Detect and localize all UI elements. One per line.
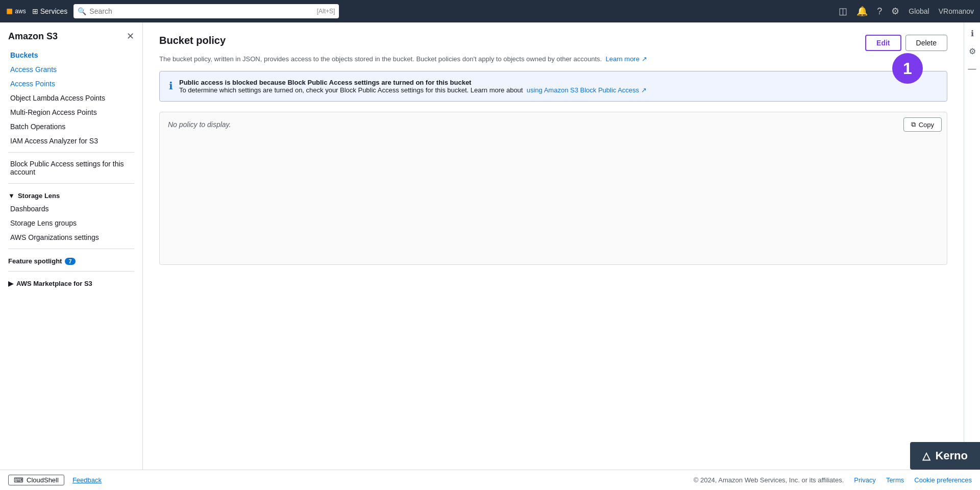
settings-side-icon[interactable]: ⚙	[969, 46, 976, 56]
page-title: Bucket policy	[159, 35, 226, 46]
sidebar-divider-2	[8, 183, 134, 184]
region-selector[interactable]: Global	[909, 7, 929, 15]
sidebar-item-access-points[interactable]: Access Points	[0, 77, 142, 91]
services-menu[interactable]: ⊞ Services	[32, 7, 68, 15]
search-bar[interactable]: 🔍 [Alt+S]	[74, 4, 339, 18]
sidebar-divider-1	[8, 152, 134, 153]
help-icon[interactable]: ?	[877, 6, 882, 17]
info-side-icon[interactable]: ℹ	[971, 29, 974, 38]
sidebar-marketplace-header[interactable]: ▶ AWS Marketplace for S3	[0, 276, 142, 289]
main-layout: Amazon S3 ✕ Buckets Access Grants Access…	[0, 22, 980, 490]
copy-icon: ⧉	[911, 120, 916, 129]
sidebar-storage-lens-header[interactable]: ▼ Storage Lens	[0, 188, 142, 202]
info-banner: ℹ Public access is blocked because Block…	[159, 71, 947, 102]
sidebar-app-title: Amazon S3	[8, 31, 58, 42]
sidebar-header: Amazon S3 ✕	[0, 31, 142, 48]
delete-button[interactable]: Delete	[905, 35, 947, 51]
sidebar-item-access-grants[interactable]: Access Grants	[0, 62, 142, 77]
copy-button[interactable]: ⧉ Copy	[903, 117, 942, 132]
info-banner-text: Public access is blocked because Block P…	[179, 79, 647, 94]
sidebar-nav: Buckets Access Grants Access Points Obje…	[0, 48, 142, 298]
sidebar-item-multi-region[interactable]: Multi-Region Access Points	[0, 105, 142, 119]
sidebar-close-button[interactable]: ✕	[127, 31, 134, 42]
top-navigation: ■aws ⊞ Services 🔍 [Alt+S] ◫ 🔔 ? ⚙ Global…	[0, 0, 980, 22]
action-buttons: Edit Delete	[865, 35, 947, 51]
sidebar-item-batch-ops[interactable]: Batch Operations	[0, 119, 142, 134]
sidebar-item-object-lambda[interactable]: Object Lambda Access Points	[0, 91, 142, 105]
kerno-logo-icon: △	[922, 450, 930, 462]
info-icon: ℹ	[169, 80, 173, 92]
learn-more-link[interactable]: Learn more ↗	[605, 55, 647, 63]
footer-right: © 2024, Amazon Web Services, Inc. or its…	[694, 476, 972, 484]
cookie-link[interactable]: Cookie preferences	[914, 476, 972, 484]
search-input[interactable]	[89, 7, 313, 15]
feature-badge: 7	[65, 258, 75, 265]
nav-right-actions: ◫ 🔔 ? ⚙ Global VRomanov	[839, 6, 974, 17]
cloudshell-button[interactable]: ⌨ CloudShell	[8, 475, 64, 485]
sidebar: Amazon S3 ✕ Buckets Access Grants Access…	[0, 22, 143, 490]
aws-logo[interactable]: ■aws	[6, 5, 26, 18]
search-icon: 🔍	[78, 7, 86, 15]
sidebar-item-aws-org-settings[interactable]: AWS Organizations settings	[0, 230, 142, 244]
terminal-small-icon: ⌨	[14, 476, 23, 484]
chevron-down-icon: ▼	[8, 192, 15, 200]
no-policy-text: No policy to display.	[168, 120, 939, 129]
sidebar-divider-4	[8, 271, 134, 272]
section-description: The bucket policy, written in JSON, prov…	[159, 55, 947, 63]
content-inner: 1 Bucket policy Edit Delete The bucket p…	[143, 22, 964, 470]
main-content: 1 Bucket policy Edit Delete The bucket p…	[143, 22, 964, 490]
sidebar-item-dashboards[interactable]: Dashboards	[0, 202, 142, 216]
settings-icon[interactable]: ⚙	[891, 6, 899, 17]
footer-left: ⌨ CloudShell Feedback	[8, 475, 102, 485]
sidebar-item-iam-analyzer[interactable]: IAM Access Analyzer for S3	[0, 134, 142, 148]
user-menu[interactable]: VRomanov	[939, 7, 974, 15]
grid-icon: ⊞	[32, 7, 38, 15]
terms-link[interactable]: Terms	[886, 476, 904, 484]
edit-button[interactable]: Edit	[865, 35, 901, 51]
kerno-watermark: △ Kerno	[910, 442, 980, 470]
block-public-access-link[interactable]: using Amazon S3 Block Public Access ↗	[527, 86, 647, 94]
sidebar-item-storage-lens-groups[interactable]: Storage Lens groups	[0, 216, 142, 230]
right-strip: ℹ ⚙ —	[964, 22, 980, 490]
terminal-icon[interactable]: ◫	[839, 6, 847, 17]
minus-icon[interactable]: —	[968, 64, 976, 74]
policy-display-area: No policy to display. ⧉ Copy	[159, 112, 947, 265]
privacy-link[interactable]: Privacy	[854, 476, 876, 484]
footer: ⌨ CloudShell Feedback © 2024, Amazon Web…	[0, 470, 980, 490]
sidebar-divider-3	[8, 249, 134, 249]
sidebar-item-block-public[interactable]: Block Public Access settings for this ac…	[0, 157, 142, 179]
sidebar-item-buckets[interactable]: Buckets	[0, 48, 142, 62]
chevron-right-icon: ▶	[8, 280, 13, 287]
sidebar-feature-spotlight[interactable]: Feature spotlight 7	[0, 253, 142, 267]
search-shortcut: [Alt+S]	[317, 8, 335, 15]
feedback-link[interactable]: Feedback	[72, 476, 102, 484]
bell-icon[interactable]: 🔔	[856, 6, 868, 17]
